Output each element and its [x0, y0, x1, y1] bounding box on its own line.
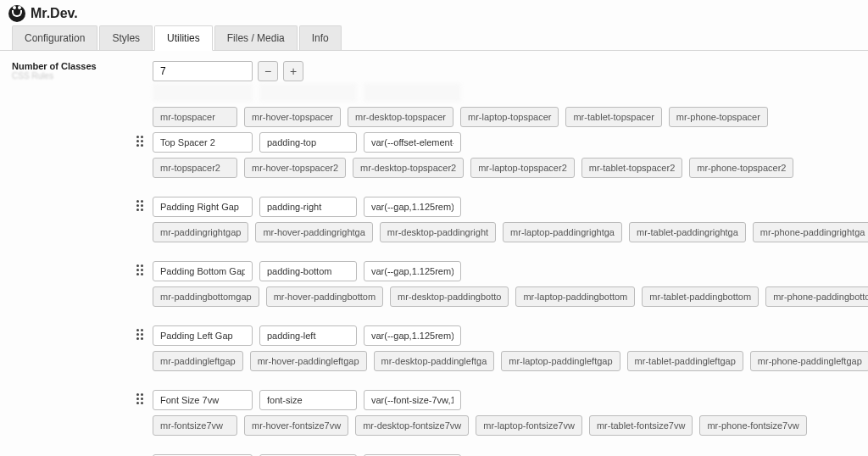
- utility-group: mr-paddingbottomgapmr-hover-paddingbotto…: [153, 261, 868, 307]
- css-value-input[interactable]: [364, 197, 461, 217]
- drag-handle-icon[interactable]: [134, 393, 146, 404]
- tab-files-media[interactable]: Files / Media: [214, 25, 298, 50]
- class-tag[interactable]: mr-laptop-paddingrightga: [503, 222, 622, 242]
- utility-group: mr-topspacer2mr-hover-topspacer2mr-deskt…: [153, 132, 868, 178]
- tabs: ConfigurationStylesUtilitiesFiles / Medi…: [0, 25, 868, 51]
- css-property-input[interactable]: [259, 132, 357, 153]
- sidebar-sublabel: CSS Rules: [12, 71, 122, 81]
- top-tag-row: mr-topspacermr-hover-topspacermr-desktop…: [153, 107, 868, 127]
- sidebar: Number of Classes CSS Rules: [12, 61, 122, 456]
- class-name-input[interactable]: [153, 325, 253, 346]
- class-tag[interactable]: mr-tablet-paddingleftgap: [627, 351, 743, 371]
- main-panel: − + mr-topspacermr-hover-topspacermr-des…: [153, 61, 868, 456]
- class-tag[interactable]: mr-laptop-paddingbottom: [515, 286, 635, 307]
- tab-info[interactable]: Info: [299, 25, 342, 50]
- css-property-input[interactable]: [259, 325, 357, 346]
- utility-group: mr-paddingleftgapmr-hover-paddingleftgap…: [153, 325, 868, 371]
- class-tag[interactable]: mr-hover-paddingrightga: [255, 222, 372, 242]
- class-tag[interactable]: mr-tablet-paddingrightga: [629, 222, 746, 242]
- class-tag[interactable]: mr-tablet-paddingbottom: [642, 286, 759, 307]
- class-tag[interactable]: mr-laptop-topspacer: [460, 107, 559, 127]
- class-tag[interactable]: mr-fontsize7vw: [153, 415, 237, 436]
- class-name-input[interactable]: [153, 261, 253, 281]
- blurred-row: [153, 83, 868, 102]
- class-name-input[interactable]: [153, 197, 253, 217]
- class-tag[interactable]: mr-laptop-paddingleftgap: [501, 351, 620, 371]
- css-property-input[interactable]: [259, 390, 357, 410]
- class-tag[interactable]: mr-phone-topspacer2: [689, 158, 793, 178]
- tab-styles[interactable]: Styles: [99, 25, 153, 50]
- tab-utilities[interactable]: Utilities: [154, 25, 213, 51]
- number-of-classes-input[interactable]: [153, 61, 253, 81]
- css-property-input[interactable]: [259, 261, 357, 281]
- class-tag[interactable]: mr-laptop-fontsize7vw: [476, 415, 582, 436]
- class-tag[interactable]: mr-phone-topspacer: [669, 107, 768, 127]
- utility-group: mr-fontsize7vwmr-hover-fontsize7vwmr-des…: [153, 390, 868, 436]
- class-tag[interactable]: mr-tablet-fontsize7vw: [589, 415, 693, 436]
- class-tag[interactable]: mr-desktop-paddingbotto: [390, 286, 509, 307]
- class-tag[interactable]: mr-desktop-paddingright: [380, 222, 496, 242]
- utility-group: mr-paddingrightgapmr-hover-paddingrightg…: [153, 197, 868, 242]
- class-tag[interactable]: mr-topspacer: [153, 107, 237, 127]
- class-tag[interactable]: mr-topspacer2: [153, 158, 237, 178]
- css-value-input[interactable]: [364, 132, 461, 153]
- class-tag[interactable]: mr-phone-paddingbottom: [765, 286, 868, 307]
- class-tag[interactable]: mr-phone-fontsize7vw: [699, 415, 806, 436]
- drag-handle-icon[interactable]: [134, 136, 146, 147]
- sidebar-label: Number of Classes: [12, 61, 122, 71]
- logo-icon: [8, 5, 25, 22]
- class-tag[interactable]: mr-phone-paddingrightga: [753, 222, 868, 242]
- increment-button[interactable]: +: [283, 61, 303, 81]
- css-value-input[interactable]: [364, 325, 461, 346]
- css-value-input[interactable]: [364, 390, 461, 410]
- class-tag[interactable]: mr-tablet-topspacer2: [581, 158, 683, 178]
- class-tag[interactable]: mr-hover-paddingleftgap: [250, 351, 367, 371]
- class-tag[interactable]: mr-desktop-paddingleftga: [374, 351, 495, 371]
- drag-handle-icon[interactable]: [134, 264, 146, 275]
- class-tag[interactable]: mr-paddingbottomgap: [153, 286, 259, 307]
- header: Mr.Dev.: [0, 0, 868, 25]
- class-tag[interactable]: mr-hover-topspacer: [244, 107, 341, 127]
- css-property-input[interactable]: [259, 197, 357, 217]
- class-tag[interactable]: mr-phone-paddingleftgap: [750, 351, 868, 371]
- class-tag[interactable]: mr-desktop-topspacer: [348, 107, 453, 127]
- class-tag[interactable]: mr-desktop-topspacer2: [353, 158, 464, 178]
- class-name-input[interactable]: [153, 390, 253, 410]
- class-tag[interactable]: mr-laptop-topspacer2: [470, 158, 575, 178]
- decrement-button[interactable]: −: [258, 61, 278, 81]
- css-value-input[interactable]: [364, 261, 461, 281]
- class-tag[interactable]: mr-hover-paddingbottom: [266, 286, 383, 307]
- tab-configuration[interactable]: Configuration: [12, 25, 97, 50]
- class-tag[interactable]: mr-desktop-fontsize7vw: [355, 415, 469, 436]
- drag-handle-icon[interactable]: [134, 329, 146, 340]
- class-tag[interactable]: mr-hover-topspacer2: [244, 158, 346, 178]
- class-name-input[interactable]: [153, 132, 253, 153]
- class-tag[interactable]: mr-hover-fontsize7vw: [244, 415, 348, 436]
- class-tag[interactable]: mr-paddingleftgap: [153, 351, 243, 371]
- class-tag[interactable]: mr-paddingrightgap: [153, 222, 248, 242]
- class-tag[interactable]: mr-tablet-topspacer: [565, 107, 661, 127]
- drag-handle-icon[interactable]: [134, 200, 146, 211]
- brand-title: Mr.Dev.: [31, 6, 78, 21]
